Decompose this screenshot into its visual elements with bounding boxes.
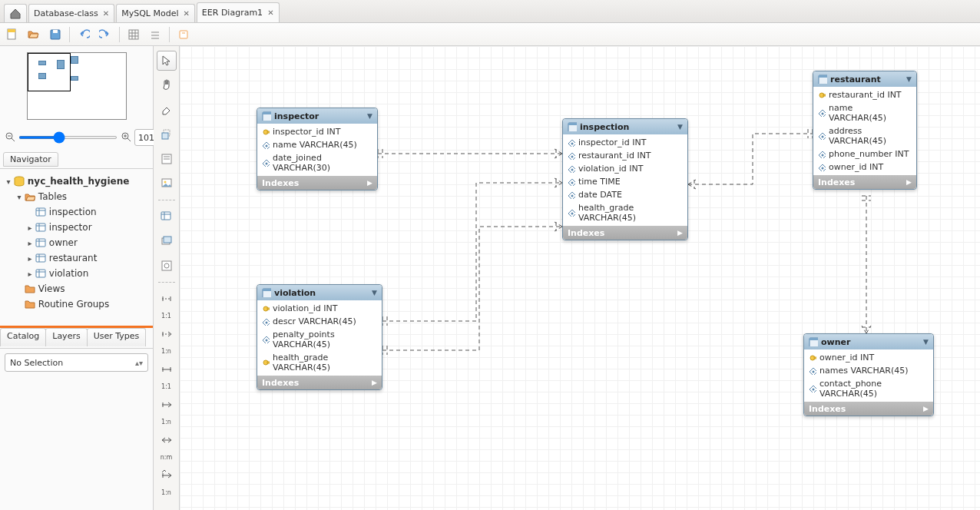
rel-1-1-non-id-tool[interactable] [157,289,177,309]
collapse-icon[interactable]: ▼ [367,112,372,120]
entity-column[interactable]: names VARCHAR(45) [804,364,933,377]
expand-icon[interactable]: ▶ [372,379,377,386]
entity-column[interactable]: descr VARCHAR(45) [257,315,382,328]
schema-tree[interactable]: ▾ nyc_health_hygiene ▾ Tables inspection… [0,169,153,316]
close-icon[interactable]: ✕ [103,9,109,18]
preview-box[interactable] [27,52,127,120]
expand-icon[interactable]: ▸ [25,270,35,278]
rel-1-n-id-tool[interactable] [157,395,177,415]
schema-root[interactable]: ▾ nyc_health_hygiene [3,174,150,189]
eraser-tool[interactable] [157,100,177,120]
undo-button[interactable] [76,27,91,42]
tree-table-owner[interactable]: ▸ owner [3,235,150,250]
diagram-canvas[interactable]: .rl{stroke:#555;fill:none;stroke-dasharr… [180,46,980,510]
grid-toggle-button[interactable] [126,27,141,42]
tree-table-violation[interactable]: ▸ violation [3,266,150,281]
zoom-slider[interactable] [18,136,118,139]
save-button[interactable] [48,27,63,42]
entity-column[interactable]: time TIME [563,175,687,188]
entity-header[interactable]: inspector▼ [257,108,377,124]
entity-column[interactable]: owner_id INT [813,161,916,174]
user-types-tab[interactable]: User Types [87,328,147,346]
preview-viewport[interactable] [28,53,71,91]
tree-table-restaurant[interactable]: ▸ restaurant [3,250,150,266]
entity-column[interactable]: address VARCHAR(45) [813,124,916,147]
entity-column[interactable]: restaurant_id INT [813,88,916,101]
entity-column[interactable]: restaurant_id INT [563,149,687,162]
indexes-section[interactable]: Indexes▶ [257,176,377,190]
collapse-icon[interactable]: ▼ [677,123,683,131]
tab-diagram[interactable]: EER Diagram1 ✕ [197,2,280,22]
open-file-button[interactable] [26,27,41,42]
hand-tool[interactable] [157,75,177,95]
tables-group[interactable]: ▾ Tables [3,189,150,204]
entity-column[interactable]: owner_id INT [804,351,933,364]
indexes-section[interactable]: Indexes▶ [563,226,687,240]
entity-column[interactable]: date_joined VARCHAR(30) [257,151,377,174]
routine-group-tool[interactable] [157,256,177,276]
redo-button[interactable] [98,27,113,42]
entity-column[interactable]: health_grade VARCHAR(45) [563,201,687,224]
tab-home[interactable] [4,4,27,22]
expand-icon[interactable]: ▶ [367,179,372,187]
entity-column[interactable]: date DATE [563,188,687,201]
entity-violation[interactable]: violation▼ violation_id INT descr VARCHA… [257,284,382,390]
entity-column[interactable]: name VARCHAR(45) [257,138,377,151]
collapse-icon[interactable]: ▼ [906,75,912,83]
entity-restaurant[interactable]: restaurant▼ restaurant_id INT name VARCH… [813,71,917,190]
layers-tab[interactable]: Layers [45,328,87,346]
selection-dropdown[interactable]: No Selection ▴▾ [5,353,148,372]
entity-column[interactable]: name VARCHAR(45) [813,101,916,124]
new-file-button[interactable] [5,27,20,42]
notation-button[interactable] [176,27,191,42]
entity-column[interactable]: phone_number INT [813,147,916,161]
pointer-tool[interactable] [157,51,177,71]
indexes-section[interactable]: Indexes▶ [257,376,382,389]
expand-icon[interactable]: ▶ [906,178,912,186]
rel-n-m-tool[interactable] [157,430,177,450]
rel-1-1-id-tool[interactable] [157,359,177,379]
entity-column[interactable]: contact_phone VARCHAR(45) [804,377,933,400]
collapse-icon[interactable]: ▾ [14,193,25,201]
navigator-tab[interactable]: Navigator [3,152,58,167]
entity-header[interactable]: owner▼ [804,334,933,349]
collapse-icon[interactable]: ▼ [923,338,929,346]
entity-column[interactable]: violation_id INT [257,302,382,315]
expand-icon[interactable]: ▸ [25,254,35,263]
entity-inspection[interactable]: inspection▼ inspector_id INT restaurant_… [562,118,688,240]
indexes-section[interactable]: Indexes▶ [804,402,933,416]
routines-group[interactable]: Routine Groups [3,296,150,312]
new-table-tool[interactable] [157,207,177,227]
tab-database[interactable]: Database-class ✕ [28,4,114,22]
entity-column[interactable]: penalty_points VARCHAR(45) [257,328,382,351]
tree-table-inspection[interactable]: inspection [3,204,150,220]
entity-owner[interactable]: owner▼ owner_id INT names VARCHAR(45) co… [803,333,934,416]
tab-model[interactable]: MySQL Model ✕ [116,4,195,22]
entity-header[interactable]: violation▼ [257,285,382,300]
entity-column[interactable]: health_grade VARCHAR(45) [257,351,382,374]
entity-inspector[interactable]: inspector▼ inspector_id INT name VARCHAR… [257,108,378,190]
entity-header[interactable]: restaurant▼ [813,71,916,87]
tree-table-inspector[interactable]: ▸ inspector [3,220,150,235]
layer-tool[interactable] [157,124,177,144]
rel-existing-tool[interactable] [157,465,177,485]
zoom-in-icon[interactable] [121,131,131,144]
navigator-preview[interactable] [0,46,153,126]
zoom-out-icon[interactable] [5,131,15,144]
collapse-icon[interactable]: ▾ [3,177,14,186]
align-button[interactable] [147,27,163,42]
image-tool[interactable] [157,174,177,194]
expand-icon[interactable]: ▶ [677,229,683,237]
entity-column[interactable]: inspector_id INT [257,125,377,138]
catalog-tab[interactable]: Catalog [0,328,46,346]
entity-column[interactable]: violation_id INT [563,162,687,175]
close-icon[interactable]: ✕ [267,8,273,17]
expand-icon[interactable]: ▸ [25,224,35,232]
rel-1-n-non-id-tool[interactable] [157,324,177,344]
new-view-tool[interactable] [157,231,177,251]
close-icon[interactable]: ✕ [183,9,189,18]
entity-column[interactable]: inspector_id INT [563,136,687,149]
expand-icon[interactable]: ▶ [923,405,929,412]
views-group[interactable]: Views [3,281,150,296]
expand-icon[interactable]: ▸ [25,239,35,247]
